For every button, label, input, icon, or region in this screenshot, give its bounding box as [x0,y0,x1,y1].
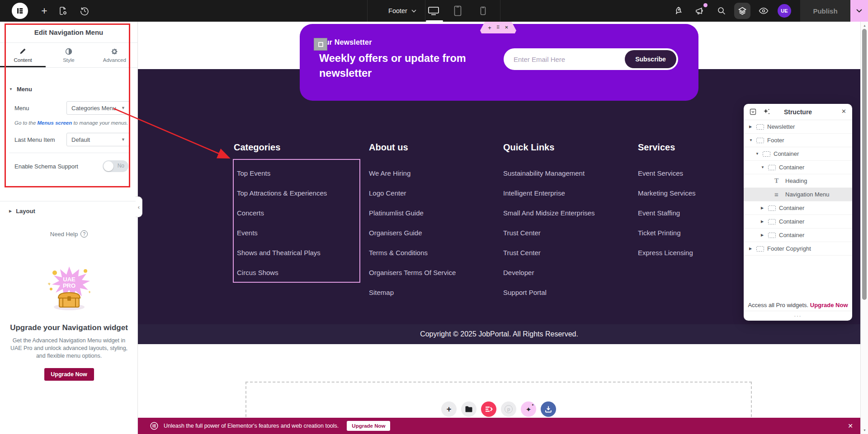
whats-new-button[interactable] [694,6,704,16]
tab-style[interactable]: Style [46,43,91,67]
tree-caret-icon[interactable]: ▼ [755,152,763,156]
structure-tree-row[interactable]: ▼ Container [744,147,852,161]
schema-toggle[interactable]: No [103,160,128,172]
banner-upgrade-button[interactable]: Upgrade Now [347,421,390,431]
tree-caret-icon[interactable]: ▶ [749,125,756,129]
add-icon[interactable]: + [488,25,491,31]
upgrade-now-button[interactable]: Upgrade Now [44,368,94,381]
structure-tree-row[interactable]: ▶ Footer Copyright [744,242,852,256]
canvas-scrollbar[interactable]: ▲ ▼ [860,22,868,434]
footer-link[interactable]: Trust Center [503,243,595,262]
footer-link[interactable]: Trust Center [503,223,595,243]
footer-link[interactable]: Event Services [638,163,696,183]
preview-button[interactable] [759,7,769,14]
structure-tree-row[interactable]: ▶ Container [744,229,852,242]
device-tablet-button[interactable] [454,5,462,16]
ai-builder-button[interactable]: ✦ [521,401,536,417]
footer-link[interactable]: Express Licensing [638,243,696,262]
page-switcher[interactable]: Footer [374,0,430,22]
close-icon[interactable]: ✕ [841,108,846,115]
tree-caret-icon[interactable]: ▶ [761,206,768,210]
structure-tree-row[interactable]: ▶ Container [744,215,852,229]
menus-screen-link[interactable]: Menus screen [38,120,72,126]
device-desktop-button[interactable] [428,6,439,15]
history-button[interactable] [80,6,90,16]
footer-link[interactable]: Top Events [234,163,327,183]
footer-link[interactable]: Terms & Conditions [369,243,456,262]
structure-tree-row[interactable]: Navigation Menu [744,188,852,201]
subscribe-button[interactable]: Subscribe [625,50,676,68]
collapse-all-button[interactable] [750,108,756,115]
structure-tree-row[interactable]: ▶ Newsletter [744,120,852,134]
footer-link[interactable]: Logo Center [369,183,456,203]
footer-link[interactable]: Top Attractions & Experiences [234,183,327,203]
kits-library-button[interactable] [481,401,496,417]
add-element-button[interactable]: + [38,5,51,17]
scroll-up-icon[interactable]: ▲ [861,24,868,27]
footer-link[interactable]: Organisers Terms Of Service [369,262,456,282]
tree-caret-icon[interactable]: ▶ [761,233,768,237]
add-template-button[interactable] [461,401,476,417]
close-icon[interactable]: ✕ [848,422,853,429]
page-settings-button[interactable] [58,6,68,16]
elementor-logo[interactable] [12,3,28,19]
column-heading[interactable]: Services [638,142,696,153]
widget-drag-handle[interactable] [314,38,327,51]
structure-tree-row[interactable]: ▼ Container [744,161,852,174]
add-section-button[interactable]: + [441,401,457,417]
close-icon[interactable]: ✕ [505,25,508,30]
section-layout-header[interactable]: ▶ Layout [0,201,137,220]
menu-select[interactable]: Categories Menu ▼ [66,101,130,115]
tab-content[interactable]: Content [0,43,46,67]
footer-link[interactable]: Events [234,223,327,243]
scroll-down-icon[interactable]: ▼ [861,429,868,432]
last-menu-item-select[interactable]: Default ▼ [66,133,130,146]
chevron-down-icon [411,9,416,13]
section-menu-header[interactable]: ▼ Menu [0,79,137,98]
scrollbar-thumb[interactable] [862,29,867,300]
newsletter-banner[interactable]: Our Newsletter Weekly offers or update f… [300,24,698,101]
pexels-button[interactable]: p [501,401,516,417]
footer-link[interactable]: Small And Midsize Enterprises [503,203,595,223]
footer-link[interactable]: Circus Shows [234,262,327,282]
structure-tree-row[interactable]: ▼ Footer [744,134,852,147]
column-heading[interactable]: Categories [234,142,327,153]
column-heading[interactable]: About us [369,142,456,153]
footer-link[interactable]: Organisers Guide [369,223,456,243]
footer-link[interactable]: We Are Hiring [369,163,456,183]
ai-sparkles-icon[interactable] [763,108,770,116]
import-template-button[interactable] [541,401,556,417]
footer-link[interactable]: Platinumlist Guide [369,203,456,223]
upgrade-now-link[interactable]: Upgrade Now [810,302,848,308]
publish-button[interactable]: Publish [800,0,850,22]
finder-search-button[interactable] [717,6,726,15]
panel-collapse-handle[interactable]: ‹ [136,196,142,217]
footer-link[interactable]: Developer [503,262,595,282]
footer-link[interactable]: Sustainability Management [503,163,595,183]
publish-options-button[interactable] [850,0,868,22]
footer-link[interactable]: Concerts [234,203,327,223]
footer-link[interactable]: Sitemap [369,282,456,302]
footer-copyright-bar[interactable]: Copyright © 2025 JobPortal. All Rights R… [138,324,860,344]
footer-link[interactable]: Ticket Printing [638,223,696,243]
tab-advanced[interactable]: Advanced [92,43,137,67]
device-mobile-button[interactable] [480,6,486,15]
footer-link[interactable]: Marketing Services [638,183,696,203]
structure-tree-row[interactable]: Heading [744,174,852,188]
column-heading[interactable]: Quick Links [503,142,595,153]
tree-caret-icon[interactable]: ▼ [749,138,756,142]
footer-link[interactable]: Intelligent Enterprise [503,183,595,203]
footer-link[interactable]: Shows and Theatrical Plays [234,243,327,262]
footer-link[interactable]: Event Staffing [638,203,696,223]
launchpad-button[interactable] [674,6,684,16]
structure-tree-row[interactable]: ▶ Container [744,201,852,215]
user-avatar[interactable]: UE [778,4,791,18]
tree-caret-icon[interactable]: ▼ [761,165,768,169]
footer-link[interactable]: Support Portal [503,282,595,302]
panel-resize-handle[interactable]: ... [744,311,852,321]
need-help-link[interactable]: Need Help ? [0,230,138,238]
drag-handle-icon[interactable]: ⠿ [496,25,500,30]
tree-caret-icon[interactable]: ▶ [749,247,756,251]
structure-toggle-button[interactable] [734,3,750,19]
tree-caret-icon[interactable]: ▶ [761,219,768,224]
